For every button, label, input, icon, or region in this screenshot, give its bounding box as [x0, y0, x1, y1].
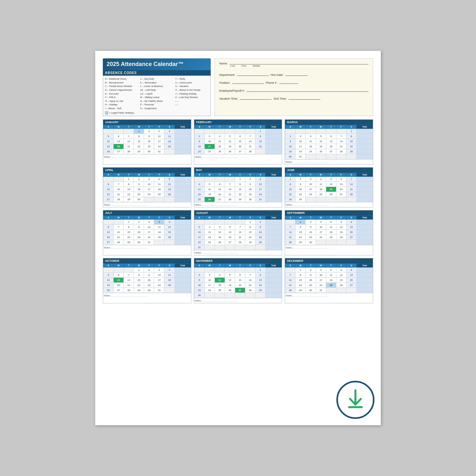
calendar-day: 9	[295, 182, 306, 187]
calendar-day: 22	[295, 282, 306, 288]
day-header-W: W	[316, 125, 326, 129]
calendar-day: 19	[103, 144, 114, 149]
holiday-box-icon	[105, 111, 108, 115]
weekly-total	[175, 192, 191, 197]
weekly-total	[266, 235, 282, 240]
calendar-table-february: SMTWTFSTotal1234567891011121314151617181…	[194, 125, 282, 154]
calendar-day	[336, 288, 346, 293]
calendar-day: 25	[194, 197, 204, 202]
absence-code-item: A – Additional Hours	[105, 77, 138, 81]
absence-code-item: M – Military Leave	[140, 96, 174, 99]
notes-line: Notes	[103, 154, 191, 159]
download-overlay[interactable]	[336, 381, 374, 419]
calendar-day: 24	[295, 149, 306, 154]
middle-label: Middle	[253, 64, 260, 67]
calendar-day: 15	[295, 277, 306, 282]
month-header-january: JANUARY	[103, 120, 191, 125]
weekly-total	[266, 245, 282, 250]
calendar-day: 6	[114, 272, 124, 277]
calendar-day: 25	[215, 288, 225, 293]
day-header-Total: Total	[266, 263, 282, 267]
weekly-total	[266, 197, 282, 202]
calendar-day: 11	[326, 272, 336, 277]
calendar-day	[215, 219, 225, 224]
calendar-day: 8	[124, 182, 134, 187]
calendar-day: 4	[215, 134, 225, 139]
calendar-day	[346, 197, 356, 202]
calendar-day: 29	[295, 240, 306, 245]
calendar-day	[306, 154, 316, 159]
calendar-day: 5	[164, 219, 175, 224]
sick-underline	[288, 95, 320, 100]
day-header-W: W	[316, 173, 326, 176]
calendar-day: 5	[336, 267, 346, 272]
calendar-day: 26	[336, 282, 346, 288]
calendar-day: 13	[326, 139, 336, 144]
calendar-day	[204, 245, 215, 250]
calendar-day: 29	[235, 197, 245, 202]
weekly-total	[266, 134, 282, 139]
calendar-day	[346, 154, 356, 159]
notes-line: Notes	[194, 154, 282, 159]
calendar-day: 23	[194, 288, 204, 293]
calendar-day	[285, 129, 295, 134]
day-header-S: S	[255, 125, 266, 129]
calendar-day: 17	[154, 277, 164, 282]
calendar-day: 25	[164, 144, 175, 149]
calendar-day: 9	[134, 182, 144, 187]
calendar-day: 25	[306, 149, 316, 154]
calendar-day: 23	[285, 149, 295, 154]
day-header-M: M	[114, 263, 124, 267]
calendar-day	[154, 197, 164, 202]
calendar-day: 12	[225, 139, 235, 144]
day-header-Total: Total	[175, 263, 191, 267]
calendar-day: 26	[225, 149, 235, 154]
day-header-T: T	[215, 215, 225, 219]
weekly-total	[266, 272, 282, 277]
calendar-day: 16	[306, 229, 316, 235]
vac-label: Vacation Time:	[219, 97, 238, 100]
calendar-day: 13	[215, 187, 225, 192]
calendar-day	[225, 245, 235, 250]
day-header-T: T	[235, 173, 245, 176]
month-block-may: MAYSMTWTFSTotal1234567891011121314151617…	[194, 167, 282, 208]
calendar-day	[285, 267, 295, 272]
calendar-day: 8	[255, 134, 266, 139]
calendar-day: 2	[285, 134, 295, 139]
calendar-day: 15	[124, 229, 134, 235]
calendar-day: 25	[326, 235, 336, 240]
calendar-day: 4	[164, 129, 175, 134]
weekly-total	[175, 277, 191, 282]
calendar-day: 11	[204, 229, 215, 235]
day-header-T: T	[326, 125, 336, 129]
calendar-day: 28	[114, 240, 124, 245]
day-header-F: F	[245, 173, 255, 176]
calendar-day: 3	[154, 129, 164, 134]
calendar-day: 1	[295, 219, 306, 224]
calendar-day: 23	[134, 192, 144, 197]
notes-line: Notes	[194, 202, 282, 207]
position-underline	[232, 79, 264, 84]
download-circle[interactable]	[336, 381, 374, 419]
codes-columns: A – Additional HoursB – BereavementC – P…	[105, 77, 208, 110]
month-header-may: MAY	[194, 168, 282, 173]
day-header-S: S	[346, 173, 356, 176]
calendar-day: 15	[295, 229, 306, 235]
calendar-day: 15	[235, 187, 245, 192]
calendar-day: 14	[245, 277, 255, 282]
calendar-day: 21	[124, 282, 134, 288]
weekly-total	[175, 282, 191, 288]
calendar-day: 31	[316, 288, 326, 293]
calendar-day: 10	[316, 272, 326, 277]
dept-line: Department: Hire Date:	[219, 71, 368, 76]
calendar-day: 1	[255, 129, 266, 134]
calendar-day: 27	[346, 235, 356, 240]
calendar-day: 30	[306, 288, 316, 293]
calendar-day: 14	[285, 277, 295, 282]
calendar-table-september: SMTWTFSTotal1234567891011121314151617181…	[285, 215, 373, 245]
day-header-S: S	[194, 173, 204, 176]
calendar-day: 22	[346, 144, 356, 149]
calendar-day: 23	[134, 235, 144, 240]
calendar-day: 6	[225, 224, 235, 229]
calendar-day	[245, 129, 255, 134]
